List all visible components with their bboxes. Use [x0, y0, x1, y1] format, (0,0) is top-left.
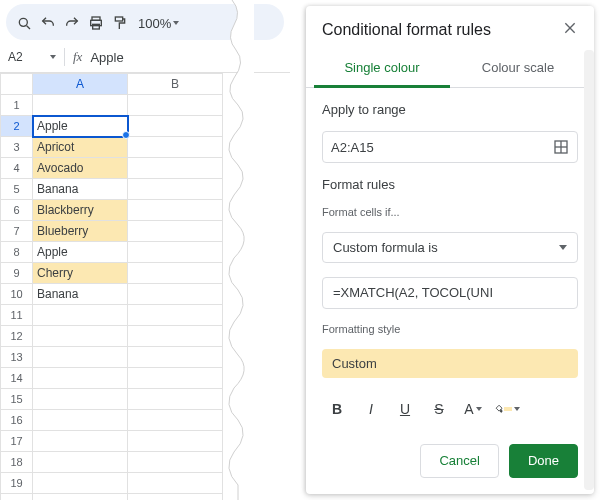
- row-header[interactable]: 7: [1, 221, 33, 242]
- cell[interactable]: [128, 179, 223, 200]
- fill-color-button[interactable]: [494, 396, 520, 422]
- cell[interactable]: [128, 242, 223, 263]
- row-header[interactable]: 17: [1, 431, 33, 452]
- format-if-dropdown[interactable]: Custom formula is: [322, 232, 578, 263]
- cell[interactable]: [128, 158, 223, 179]
- row-header[interactable]: 16: [1, 410, 33, 431]
- row-header[interactable]: 14: [1, 368, 33, 389]
- row-header[interactable]: 19: [1, 473, 33, 494]
- custom-formula-input[interactable]: [322, 277, 578, 308]
- name-box[interactable]: A2: [8, 50, 56, 64]
- row-header[interactable]: 2: [1, 116, 33, 137]
- formula-bar[interactable]: Apple: [90, 50, 123, 65]
- panel-scrollbar[interactable]: [584, 50, 594, 490]
- cell[interactable]: [33, 410, 128, 431]
- cell[interactable]: [33, 389, 128, 410]
- cancel-button[interactable]: Cancel: [420, 444, 498, 478]
- cell[interactable]: [33, 95, 128, 116]
- formatting-style-label: Formatting style: [322, 323, 578, 335]
- cell[interactable]: [128, 284, 223, 305]
- search-icon[interactable]: [14, 13, 34, 33]
- row-header[interactable]: 4: [1, 158, 33, 179]
- underline-button[interactable]: U: [392, 396, 418, 422]
- paint-format-icon[interactable]: [110, 13, 130, 33]
- zoom-dropdown[interactable]: 100%: [138, 16, 179, 31]
- row-header[interactable]: 18: [1, 452, 33, 473]
- tab-single-colour[interactable]: Single colour: [314, 50, 450, 88]
- cell[interactable]: [33, 368, 128, 389]
- close-icon[interactable]: [562, 20, 578, 40]
- col-header-a[interactable]: A: [33, 74, 128, 95]
- tab-colour-scale[interactable]: Colour scale: [450, 50, 586, 87]
- row-header[interactable]: 6: [1, 200, 33, 221]
- cell[interactable]: Banana: [33, 179, 128, 200]
- zoom-value: 100%: [138, 16, 171, 31]
- strikethrough-button[interactable]: S: [426, 396, 452, 422]
- col-header-b[interactable]: B: [128, 74, 223, 95]
- cell[interactable]: [33, 347, 128, 368]
- cell[interactable]: [128, 347, 223, 368]
- cell[interactable]: [128, 473, 223, 494]
- row-header[interactable]: 8: [1, 242, 33, 263]
- cell[interactable]: [128, 95, 223, 116]
- cell[interactable]: Blueberry: [33, 221, 128, 242]
- cell[interactable]: [128, 431, 223, 452]
- row-header[interactable]: 11: [1, 305, 33, 326]
- redo-icon[interactable]: [62, 13, 82, 33]
- done-button[interactable]: Done: [509, 444, 578, 478]
- cell[interactable]: [128, 305, 223, 326]
- cell[interactable]: [33, 473, 128, 494]
- select-all-corner[interactable]: [1, 74, 33, 95]
- cell[interactable]: Cherry: [33, 263, 128, 284]
- cell[interactable]: [128, 452, 223, 473]
- row-header[interactable]: 12: [1, 326, 33, 347]
- conditional-format-panel: Conditional format rules Single colour C…: [306, 6, 594, 494]
- cell[interactable]: [33, 494, 128, 501]
- cell[interactable]: Apple: [33, 242, 128, 263]
- cell[interactable]: [128, 326, 223, 347]
- bold-button[interactable]: B: [324, 396, 350, 422]
- cell[interactable]: [128, 389, 223, 410]
- fx-icon: fx: [73, 49, 82, 65]
- formula-bar-row: A2 fx Apple: [0, 44, 290, 73]
- row-header[interactable]: 5: [1, 179, 33, 200]
- cell[interactable]: [128, 137, 223, 158]
- row-header[interactable]: 1: [1, 95, 33, 116]
- print-icon[interactable]: [86, 13, 106, 33]
- row-header[interactable]: 3: [1, 137, 33, 158]
- select-range-icon[interactable]: [553, 139, 569, 155]
- cell[interactable]: [128, 494, 223, 501]
- main-toolbar: 100%: [6, 4, 284, 40]
- row-header[interactable]: 15: [1, 389, 33, 410]
- row-header[interactable]: 10: [1, 284, 33, 305]
- cell[interactable]: [33, 305, 128, 326]
- cell[interactable]: [33, 452, 128, 473]
- format-if-value: Custom formula is: [333, 240, 438, 255]
- panel-tabs: Single colour Colour scale: [306, 50, 594, 88]
- cell[interactable]: Blackberry: [33, 200, 128, 221]
- range-input[interactable]: [331, 140, 553, 155]
- row-header[interactable]: 13: [1, 347, 33, 368]
- cell[interactable]: Banana: [33, 284, 128, 305]
- spreadsheet-grid[interactable]: A B 12Apple3Apricot4Avocado5Banana6Black…: [0, 73, 290, 500]
- cell[interactable]: Apricot: [33, 137, 128, 158]
- undo-icon[interactable]: [38, 13, 58, 33]
- cell[interactable]: [128, 410, 223, 431]
- format-if-label: Format cells if...: [322, 206, 578, 218]
- cell[interactable]: [128, 368, 223, 389]
- row-header[interactable]: 20: [1, 494, 33, 501]
- cell[interactable]: Avocado: [33, 158, 128, 179]
- cell[interactable]: [128, 200, 223, 221]
- italic-button[interactable]: I: [358, 396, 384, 422]
- cell[interactable]: [128, 263, 223, 284]
- svg-point-0: [19, 18, 27, 26]
- cell[interactable]: [33, 431, 128, 452]
- text-color-button[interactable]: A: [460, 396, 486, 422]
- svg-rect-5: [115, 17, 122, 21]
- cell[interactable]: Apple: [33, 116, 128, 137]
- style-preview[interactable]: Custom: [322, 349, 578, 378]
- cell[interactable]: [128, 221, 223, 242]
- row-header[interactable]: 9: [1, 263, 33, 284]
- cell[interactable]: [128, 116, 223, 137]
- cell[interactable]: [33, 326, 128, 347]
